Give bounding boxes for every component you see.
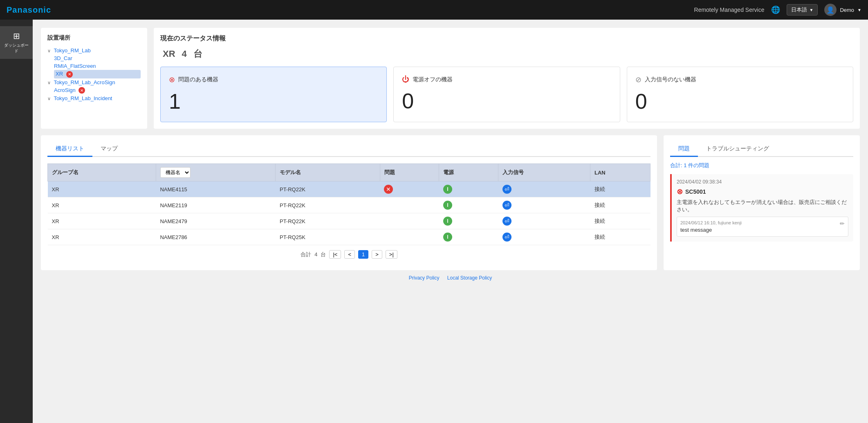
cell-problem [380, 197, 439, 213]
device-name-selector[interactable]: 機器名 [160, 167, 191, 178]
tree-item-incident[interactable]: ∨ Tokyo_RM_Lab_Incident [47, 94, 141, 102]
power-on-icon: I [443, 233, 452, 242]
cell-lan: 接続 [590, 213, 650, 229]
error-badge: ✕ [79, 87, 85, 94]
user-name: Demo [840, 7, 854, 13]
issue-code-text: SC5001 [685, 188, 706, 195]
privacy-policy-link[interactable]: Privacy Policy [409, 275, 440, 281]
language-selector[interactable]: 日本語 ▼ [787, 4, 818, 16]
location-title: 設置場所 [47, 34, 141, 42]
cell-device: NAME4115 [156, 181, 276, 197]
edit-icon[interactable]: ✏ [840, 220, 845, 227]
tab-troubleshooting[interactable]: トラブルシューティング [698, 142, 777, 157]
power-on-icon: I [443, 217, 452, 226]
device-table: グループ名 機器名 モデル名 問題 電源 入力信号 LAN [47, 163, 650, 245]
tree-link[interactable]: Tokyo_RM_Lab [54, 47, 90, 54]
cell-lan: 接続 [590, 181, 650, 197]
table-row[interactable]: XR NAME2119 PT-RQ22K I ⏎ 接続 [48, 197, 650, 213]
avatar: 👤 [824, 4, 837, 16]
tab-issues[interactable]: 問題 [670, 142, 698, 157]
col-device: 機器名 [156, 164, 276, 181]
next-page-button[interactable]: > [372, 250, 382, 259]
xr-number: 4 [182, 49, 186, 59]
issues-tabs: 問題 トラブルシューティング [670, 142, 853, 157]
signal-connected-icon: ⏎ [502, 185, 511, 194]
status-card-problem: ⊗ 問題のある機器 1 [160, 67, 387, 122]
status-card-header: ⏻ 電源オフの機器 [402, 75, 453, 84]
tree-link[interactable]: AcroSign [54, 87, 76, 93]
tree-item-acrosign-parent[interactable]: ∨ Tokyo_RM_Lab_AcroSign [47, 78, 141, 86]
signal-connected-icon: ⏎ [502, 233, 511, 242]
cell-device: NAME2119 [156, 197, 276, 213]
issue-code: ⊗ SC5001 [677, 187, 848, 196]
status-card-signal: ⊘ 入力信号のない機器 0 [627, 67, 853, 122]
tree-item-3dcar[interactable]: 3D_Car [54, 54, 141, 62]
status-title: 現在のステータス情報 [160, 34, 853, 43]
sidebar: ⊞ ダッシュボード [0, 20, 33, 423]
tree-item-rmia[interactable]: RMIA_FlatScreen [54, 62, 141, 70]
bottom-section: 機器リスト マップ グループ名 機器名 モデル名 [41, 135, 860, 270]
issues-count: 合計: 1 件の問題 [670, 162, 853, 169]
chevron-down-icon: ▼ [810, 8, 814, 12]
issue-time: 2024/04/02 09:38:34 [677, 179, 848, 185]
tree-toggle-icon: ∨ [47, 48, 51, 53]
issue-description: 主電源を入れなおしてもエラーが消えない場合は、販売店にご相談ください。 [677, 199, 848, 213]
tab-device-list[interactable]: 機器リスト [47, 142, 92, 157]
sidebar-item-dashboard[interactable]: ⊞ ダッシュボード [0, 26, 33, 59]
issues-total-label: 合計: [670, 162, 682, 168]
tree-link[interactable]: Tokyo_RM_Lab_AcroSign [54, 79, 115, 85]
issue-note-text: test message [680, 227, 845, 233]
tree-item-acrosign[interactable]: AcroSign ✕ [54, 86, 141, 95]
page-1-button[interactable]: 1 [358, 250, 368, 259]
tree-item-xr[interactable]: XR ✕ [54, 70, 141, 78]
pagination-count: 4 [314, 251, 317, 257]
last-page-button[interactable]: >| [386, 250, 397, 259]
app-body: ⊞ ダッシュボード 設置場所 ∨ Tokyo_RM_Lab 3D_Car RMI… [0, 20, 868, 423]
tree-link[interactable]: 3D_Car [54, 55, 72, 61]
cell-power: I [439, 197, 498, 213]
tree-item-tokyo-rm-lab[interactable]: ∨ Tokyo_RM_Lab [47, 47, 141, 54]
error-icon: ⊗ [677, 187, 683, 196]
status-card-label: 入力信号のない機器 [645, 76, 696, 83]
cell-power: I [439, 181, 498, 197]
cell-group: XR [48, 197, 156, 213]
problem-error-icon: ✕ [384, 185, 393, 194]
tab-map[interactable]: マップ [92, 142, 126, 157]
status-panel: 現在のステータス情報 XR 4 台 ⊗ 問題のある機器 1 [154, 28, 860, 129]
issue-card: 2024/04/02 09:38:34 ⊗ SC5001 主電源を入れなおしても… [670, 174, 853, 242]
dashboard-icon: ⊞ [13, 31, 20, 41]
cell-model: PT-RQ22K [276, 197, 380, 213]
sidebar-item-label: ダッシュボード [3, 43, 29, 54]
language-label: 日本語 [791, 6, 807, 13]
cell-problem [380, 229, 439, 245]
signal-icon: ⊘ [635, 75, 641, 84]
table-row[interactable]: XR NAME4115 PT-RQ22K ✕ I ⏎ 接続 [48, 181, 650, 197]
tree-link[interactable]: RMIA_FlatScreen [54, 63, 96, 69]
status-card-number: 1 [169, 89, 181, 114]
issues-count-unit: 件の問題 [688, 162, 709, 168]
xr-count: XR 4 台 [160, 48, 853, 60]
tree-link[interactable]: Tokyo_RM_Lab_Incident [54, 95, 112, 101]
xr-units: 台 [193, 49, 202, 59]
tree-link[interactable]: XR [56, 71, 63, 77]
tree-toggle-icon: ∨ [47, 80, 51, 85]
chevron-down-icon: ▼ [857, 8, 861, 12]
main-content: 設置場所 ∨ Tokyo_RM_Lab 3D_Car RMIA_FlatScre… [33, 20, 868, 423]
error-badge: ✕ [66, 71, 73, 78]
local-storage-policy-link[interactable]: Local Storage Policy [447, 275, 492, 281]
status-cards: ⊗ 問題のある機器 1 ⏻ 電源オフの機器 0 [160, 67, 853, 122]
cell-group: XR [48, 213, 156, 229]
cell-signal: ⏎ [498, 181, 590, 197]
table-row[interactable]: XR NAME2786 PT-RQ25K I ⏎ 接続 [48, 229, 650, 245]
status-card-number: 0 [402, 89, 414, 113]
table-row[interactable]: XR NAME2479 PT-RQ22K I ⏎ 接続 [48, 213, 650, 229]
xr-label: XR [163, 49, 175, 59]
power-icon: ⏻ [402, 75, 409, 84]
user-menu[interactable]: 👤 Demo ▼ [824, 4, 861, 16]
prev-page-button[interactable]: < [344, 250, 355, 259]
first-page-button[interactable]: |< [329, 250, 341, 259]
logo: Panasonic [7, 5, 51, 15]
cell-model: PT-RQ25K [276, 229, 380, 245]
col-lan: LAN [590, 164, 650, 181]
cell-device: NAME2786 [156, 229, 276, 245]
